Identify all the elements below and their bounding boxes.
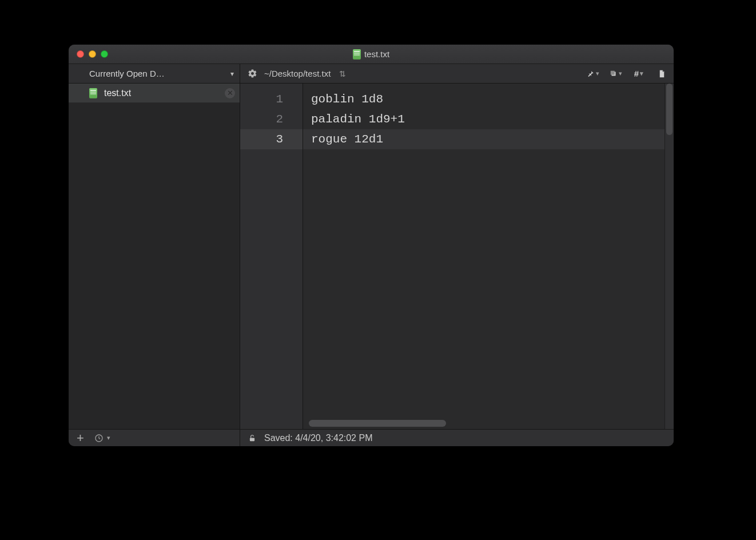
unlock-icon[interactable] bbox=[248, 434, 256, 443]
sidebar-item-file[interactable]: test.txt ✕ bbox=[69, 84, 240, 103]
window-title: test.txt bbox=[69, 49, 674, 59]
horizontal-scrollbar[interactable] bbox=[309, 420, 660, 427]
pin-icon[interactable]: ▾ bbox=[587, 69, 599, 78]
svg-rect-1 bbox=[611, 70, 615, 74]
add-button[interactable]: + bbox=[77, 432, 84, 444]
status-right: Saved: 4/4/20, 3:42:02 PM bbox=[240, 433, 674, 443]
chevron-down-icon: ▾ bbox=[640, 70, 643, 77]
window-body: Currently Open D… ▾ test.txt ✕ ~/Desktop… bbox=[69, 64, 674, 429]
sidebar-list: test.txt ✕ bbox=[69, 84, 240, 429]
minimize-window-button[interactable] bbox=[89, 50, 96, 58]
svg-rect-3 bbox=[250, 438, 254, 441]
editor: 1 2 3 goblin 1d8 paladin 1d9+1 rogue 12d… bbox=[240, 84, 674, 429]
sidebar-section-dropdown[interactable]: Currently Open D… ▾ bbox=[69, 64, 240, 84]
chevron-down-icon: ▾ bbox=[230, 70, 234, 78]
sort-icon[interactable]: ⇅ bbox=[336, 69, 349, 78]
history-button[interactable]: ▾ bbox=[94, 434, 110, 443]
chevron-down-icon: ▾ bbox=[619, 70, 622, 77]
code-area[interactable]: goblin 1d8 paladin 1d9+1 rogue 12d1 bbox=[303, 84, 674, 429]
close-file-button[interactable]: ✕ bbox=[225, 88, 235, 98]
traffic-lights bbox=[69, 50, 108, 58]
horizontal-scrollbar-thumb[interactable] bbox=[309, 420, 446, 427]
toolbar: ~/Desktop/test.txt ⇅ ▾ ▾ # ▾ bbox=[240, 64, 674, 84]
line-number[interactable]: 3 bbox=[240, 129, 303, 149]
window-title-text: test.txt bbox=[364, 49, 389, 59]
sidebar: Currently Open D… ▾ test.txt ✕ bbox=[69, 64, 240, 429]
line-number[interactable]: 1 bbox=[240, 89, 303, 109]
close-window-button[interactable] bbox=[77, 50, 84, 58]
new-document-icon[interactable] bbox=[655, 69, 668, 79]
titlebar[interactable]: test.txt bbox=[69, 45, 674, 64]
chevron-down-icon: ▾ bbox=[107, 434, 110, 442]
stack-icon[interactable]: ▾ bbox=[610, 69, 622, 78]
hash-icon[interactable]: # ▾ bbox=[632, 69, 645, 78]
code-line[interactable]: paladin 1d9+1 bbox=[303, 109, 674, 129]
toolbar-right: ▾ ▾ # ▾ bbox=[587, 69, 670, 79]
status-saved-label: Saved: 4/4/20, 3:42:02 PM bbox=[264, 433, 372, 443]
code-line[interactable]: goblin 1d8 bbox=[303, 89, 674, 109]
sidebar-item-label: test.txt bbox=[104, 88, 131, 98]
document-icon bbox=[89, 88, 97, 98]
code-line[interactable]: rogue 12d1 bbox=[303, 129, 674, 149]
status-left: + ▾ bbox=[69, 430, 240, 446]
vertical-scrollbar[interactable] bbox=[665, 84, 674, 429]
zoom-window-button[interactable] bbox=[101, 50, 108, 58]
vertical-scrollbar-thumb[interactable] bbox=[666, 84, 673, 135]
document-icon bbox=[353, 49, 361, 59]
line-number[interactable]: 2 bbox=[240, 109, 303, 129]
main-panel: ~/Desktop/test.txt ⇅ ▾ ▾ # ▾ bbox=[240, 64, 674, 429]
gear-icon[interactable] bbox=[246, 69, 258, 78]
gutter: 1 2 3 bbox=[240, 84, 303, 429]
chevron-down-icon: ▾ bbox=[596, 70, 599, 77]
statusbar: + ▾ Saved: 4/4/20, 3:42:02 PM bbox=[69, 429, 674, 446]
sidebar-section-label: Currently Open D… bbox=[89, 69, 227, 78]
editor-window: test.txt Currently Open D… ▾ test.txt ✕ bbox=[69, 45, 674, 446]
file-path[interactable]: ~/Desktop/test.txt bbox=[264, 69, 331, 78]
